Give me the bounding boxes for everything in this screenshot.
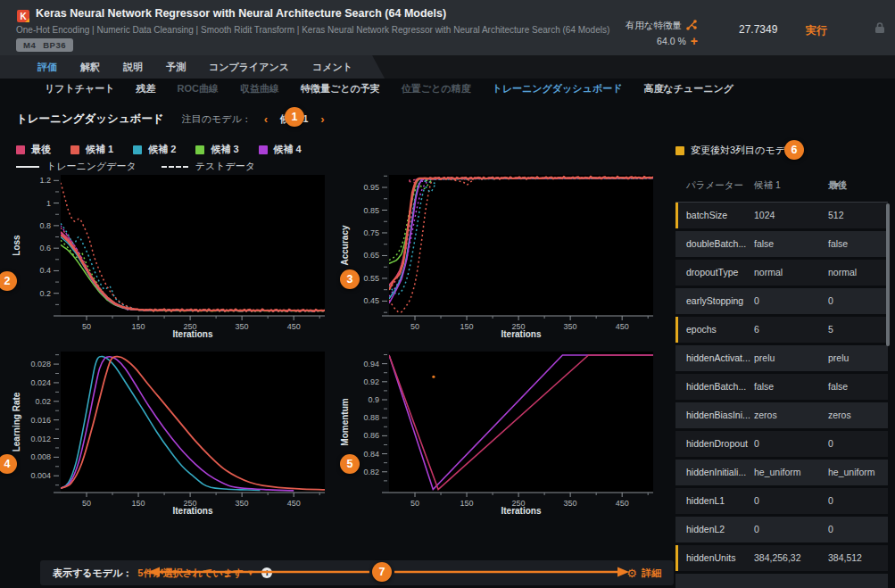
- loss-plot: 501502503504500.20.40.60.811.2LossIterat…: [9, 170, 330, 341]
- cell-c2: 0: [754, 431, 759, 457]
- tab-describe[interactable]: 説明: [123, 61, 143, 74]
- cell-c3: 512: [828, 203, 844, 228]
- annotation-circle-6: 6: [784, 140, 804, 160]
- table-row: hiddenL200: [675, 517, 888, 542]
- cell-c2: 0: [754, 288, 759, 314]
- legend-item-2: 候補 1: [70, 143, 113, 156]
- badge-sample-size: M4: [23, 40, 36, 50]
- subtab-lift-chart[interactable]: リフトチャート: [45, 82, 115, 95]
- add-feature-list-icon[interactable]: +: [691, 34, 698, 48]
- svg-text:0.84: 0.84: [363, 450, 379, 459]
- subtab-residuals[interactable]: 残差: [137, 82, 156, 95]
- cell-c2: false: [754, 374, 774, 400]
- annotation-circle-1: 1: [285, 107, 304, 127]
- svg-text:450: 450: [287, 499, 301, 508]
- cell-c3: 0: [828, 431, 833, 457]
- legend-swatch: [259, 145, 268, 154]
- subtab-feature-fit[interactable]: 特徴量ごとの予実: [301, 82, 380, 95]
- details-button[interactable]: 詳細: [642, 567, 661, 580]
- cell-c2: zeros: [754, 402, 777, 428]
- tab-compliance[interactable]: コンプライアンス: [209, 61, 289, 74]
- svg-text:0.016: 0.016: [30, 416, 51, 425]
- svg-text:0.012: 0.012: [30, 435, 51, 443]
- legend-swatch: [16, 145, 25, 154]
- subtab-training-dashboard[interactable]: トレーニングダッシュボード: [493, 82, 623, 95]
- cell-c1: doubleBatch...: [686, 231, 746, 257]
- svg-text:350: 350: [564, 322, 577, 331]
- svg-text:50: 50: [410, 499, 419, 508]
- models-selected-dropdown[interactable]: 5件が選択されています: [137, 567, 243, 580]
- feature-lineage-icon[interactable]: [686, 21, 698, 32]
- cell-c1: hiddenDropout: [686, 431, 748, 457]
- cell-c3: 384,512: [828, 545, 862, 571]
- legend-swatch: [195, 145, 204, 154]
- cell-c1: batchSize: [686, 203, 727, 228]
- column-parameter: パラメーター: [686, 179, 743, 192]
- cell-c1: hiddenInitiali...: [686, 460, 746, 485]
- svg-text:150: 150: [460, 499, 474, 508]
- lock-icon: [874, 21, 885, 37]
- accuracy-plot: 501502503504500.450.550.650.750.850.95Ac…: [337, 170, 659, 341]
- table-row-partial: [675, 574, 888, 588]
- svg-text:0.8: 0.8: [39, 221, 51, 230]
- cell-c3: zeros: [828, 402, 851, 428]
- cell-c1: hiddenBatch...: [686, 374, 746, 400]
- legend-swatch: [70, 145, 79, 154]
- svg-text:Accuracy: Accuracy: [340, 225, 350, 265]
- cell-c2: 6: [754, 317, 759, 343]
- changed-marker-swatch: [675, 146, 684, 155]
- visible-models-label: 表示するモデル：: [53, 567, 132, 580]
- svg-text:50: 50: [82, 499, 91, 508]
- cell-c1: hiddenActivat...: [686, 345, 750, 371]
- svg-text:Iterations: Iterations: [501, 329, 541, 339]
- solid-line-sample: [16, 166, 39, 168]
- tab-understand[interactable]: 解釈: [80, 61, 100, 74]
- header: K Keras Neural Network Regressor with Ne…: [0, 0, 895, 55]
- svg-text:0.024: 0.024: [30, 378, 51, 387]
- tab-comments[interactable]: コメント: [312, 61, 352, 74]
- svg-text:1: 1: [46, 199, 51, 208]
- gear-icon[interactable]: ⚙: [626, 567, 637, 579]
- svg-text:0.55: 0.55: [363, 274, 379, 283]
- cell-c1: earlyStopping: [686, 288, 743, 314]
- metric-value: 27.7349: [739, 23, 777, 36]
- table-row: batchSize1024512: [675, 203, 888, 228]
- cell-c2: he_uniform: [754, 460, 801, 485]
- run-button[interactable]: 実行: [806, 23, 827, 38]
- svg-text:150: 150: [132, 322, 145, 331]
- legend-item-3: 候補 2: [133, 143, 176, 156]
- param-table-header: パラメーター 候補 1 最後▼: [675, 179, 888, 195]
- momentum-plot: 501502503504500.820.840.860.880.90.920.9…: [337, 346, 659, 518]
- cell-c2: 1024: [754, 203, 775, 228]
- table-row: doubleBatch...falsefalse: [675, 231, 888, 257]
- info-icon[interactable]: i: [261, 567, 272, 578]
- subtab-advanced-tuning[interactable]: 高度なチューニング: [643, 82, 733, 95]
- svg-text:Momentum: Momentum: [340, 398, 350, 445]
- tab-evaluate[interactable]: 評価: [37, 61, 57, 74]
- svg-text:350: 350: [236, 499, 249, 508]
- tab-predict[interactable]: 予測: [166, 61, 186, 74]
- subtab-profit-curve: 収益曲線: [240, 82, 279, 95]
- cell-c3: false: [828, 231, 848, 257]
- table-scrollbar-thumb[interactable]: [886, 203, 890, 346]
- cell-c3: prelu: [828, 345, 849, 371]
- focus-model-label: 注目のモデル：: [182, 112, 252, 126]
- svg-text:0.008: 0.008: [30, 452, 51, 461]
- legend-label: 最後: [31, 143, 51, 156]
- cell-c3: false: [828, 374, 848, 400]
- svg-text:0.9: 0.9: [368, 395, 379, 404]
- learning-rate-chart: 501502503504500.0040.0080.0120.0160.020.…: [9, 346, 330, 518]
- chevron-down-icon[interactable]: ▼: [246, 568, 254, 577]
- learning-rate-plot: 501502503504500.0040.0080.0120.0160.020.…: [9, 346, 330, 518]
- cell-c2: false: [754, 231, 774, 257]
- subtab-roc-curve: ROC曲線: [178, 82, 219, 95]
- model-legend: 最後候補 1候補 2候補 3候補 4: [16, 143, 321, 156]
- useful-features-label: 有用な特徴量: [626, 20, 682, 30]
- svg-text:1.2: 1.2: [39, 176, 51, 185]
- table-row: hiddenL100: [675, 488, 888, 514]
- annotation-circle-5: 5: [340, 454, 360, 474]
- svg-text:Learning Rate: Learning Rate: [12, 392, 21, 451]
- next-candidate-button[interactable]: ›: [320, 113, 324, 125]
- accuracy-chart: 501502503504500.450.550.650.750.850.95Ac…: [337, 170, 659, 341]
- prev-candidate-button[interactable]: ‹: [264, 113, 268, 125]
